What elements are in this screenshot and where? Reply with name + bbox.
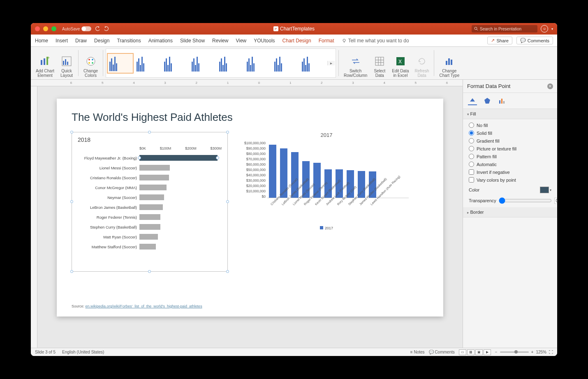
invert-negative-checkbox[interactable]: Invert if negative <box>469 169 551 175</box>
style-thumb-6[interactable] <box>245 53 271 74</box>
chart-bar[interactable]: Neymar (Soccer) <box>78 192 222 202</box>
chart-bar[interactable]: Matt Ryan (Soccer) <box>78 232 222 242</box>
chart-object-2018[interactable]: 2018 $0K $100M $200M $300M Floyd Mayweat… <box>72 132 228 272</box>
chart-bar[interactable]: Conor McGregor (MMA) <box>78 183 222 192</box>
slide[interactable]: The World's Highest Paid Athletes <box>57 99 443 317</box>
slideshow-view-icon[interactable]: ▶ <box>484 349 491 355</box>
language-indicator[interactable]: English (United States) <box>62 350 104 354</box>
selection-handle[interactable] <box>70 270 73 273</box>
redo-icon[interactable] <box>104 26 109 31</box>
selection-handle[interactable] <box>70 131 73 134</box>
tell-me[interactable]: Tell me what you want to do <box>342 38 409 44</box>
chart-bar[interactable]: Cristiano Ronaldo (Soccer) <box>78 173 222 183</box>
style-thumb-5[interactable] <box>217 53 244 74</box>
ribbon-tabs: Home Insert Draw Design Transitions Anim… <box>31 35 557 47</box>
style-thumb-1[interactable] <box>107 53 134 74</box>
change-chart-type-button[interactable]: Change Chart Type <box>437 49 462 78</box>
fill-line-tab-icon[interactable] <box>468 96 477 105</box>
tab-chart-design[interactable]: Chart Design <box>282 35 311 46</box>
chevron-down-icon[interactable]: ▾ <box>550 188 551 192</box>
selection-handle[interactable] <box>148 270 151 273</box>
style-thumb-2[interactable] <box>134 53 161 74</box>
select-data-button[interactable]: Select Data <box>370 49 389 78</box>
chart-bar[interactable] <box>269 145 276 198</box>
sorter-view-icon[interactable]: ▦ <box>467 349 475 355</box>
chart-object-2017[interactable]: 2017 $100,000,000$90,000,000$80,000,000$… <box>244 132 409 272</box>
gallery-more-icon[interactable]: ▸ <box>327 61 335 65</box>
undo-icon[interactable] <box>95 26 100 31</box>
tab-slide-show[interactable]: Slide Show <box>180 35 205 46</box>
selection-handle[interactable] <box>226 131 229 134</box>
tab-transitions[interactable]: Transitions <box>117 35 141 46</box>
search-input[interactable]: Search in Presentation <box>472 25 537 32</box>
style-thumb-4[interactable] <box>190 53 216 74</box>
tab-view[interactable]: View <box>236 35 246 46</box>
refresh-data-button[interactable]: Refresh Data <box>412 49 431 78</box>
fill-section-header[interactable]: Fill <box>463 109 557 119</box>
chart-bar[interactable]: Matthew Stafford (Soccer) <box>78 242 222 252</box>
style-thumb-8[interactable] <box>300 53 326 74</box>
automatic-radio[interactable]: Automatic <box>469 162 551 167</box>
style-thumb-3[interactable] <box>162 53 189 74</box>
selection-handle[interactable] <box>226 200 229 203</box>
reading-view-icon[interactable]: ▣ <box>475 349 483 355</box>
powerpoint-icon: P <box>273 26 278 31</box>
quick-layout-button[interactable]: Quick Layout <box>58 49 76 78</box>
solid-fill-radio[interactable]: Solid fill <box>469 130 551 136</box>
series-options-tab-icon[interactable] <box>498 96 507 105</box>
add-chart-element-button[interactable]: + Add Chart Element <box>33 49 57 78</box>
selection-handle[interactable] <box>70 200 73 203</box>
minimize-icon[interactable] <box>43 26 48 31</box>
effects-tab-icon[interactable] <box>483 96 492 105</box>
color-picker-button[interactable] <box>540 187 549 193</box>
gradient-fill-radio[interactable]: Gradient fill <box>469 138 551 143</box>
chevron-down-icon[interactable]: ▾ <box>551 27 553 31</box>
notes-button[interactable]: ≡ Notes <box>410 350 425 354</box>
source-link[interactable]: en.wikipedia.org/wiki/Forbes'_list_of_th… <box>86 304 202 308</box>
close-pane-icon[interactable]: ✕ <box>547 83 553 89</box>
picture-fill-radio[interactable]: Picture or texture fill <box>469 146 551 151</box>
transparency-slider[interactable] <box>499 197 552 204</box>
change-colors-button[interactable]: Change Colors <box>81 49 100 78</box>
tab-draw[interactable]: Draw <box>75 35 87 46</box>
selection-handle[interactable] <box>226 270 229 273</box>
zoom-slider[interactable] <box>500 351 529 353</box>
zoom-out-button[interactable]: − <box>495 350 498 354</box>
tab-design[interactable]: Design <box>94 35 109 46</box>
chart-bar[interactable]: Roger Federer (Tennis) <box>78 212 222 222</box>
tab-home[interactable]: Home <box>35 35 48 46</box>
slide-counter[interactable]: Slide 3 of 5 <box>35 350 56 354</box>
autosave-toggle[interactable]: AutoSave <box>62 26 91 31</box>
switch-row-column-button[interactable]: Switch Row/Column <box>341 49 370 78</box>
normal-view-icon[interactable]: ▭ <box>459 349 466 355</box>
feedback-icon[interactable]: ☺ <box>541 25 548 32</box>
transparency-value[interactable]: 0% <box>554 198 557 204</box>
tab-youtools[interactable]: YOUtools <box>254 35 275 46</box>
chart-style-gallery[interactable]: ▸ <box>106 49 336 78</box>
tab-review[interactable]: Review <box>212 35 228 46</box>
zoom-level[interactable]: 125% <box>536 350 546 354</box>
edit-data-excel-button[interactable]: X Edit Data in Excel <box>389 49 411 78</box>
share-button[interactable]: ↗Share <box>487 37 512 44</box>
chart-element-icon: + <box>40 56 51 67</box>
fit-to-window-icon[interactable]: ⛶ <box>549 350 553 354</box>
maximize-icon[interactable] <box>51 26 56 31</box>
close-icon[interactable] <box>35 26 40 31</box>
pattern-fill-radio[interactable]: Pattern fill <box>469 154 551 159</box>
tab-insert[interactable]: Insert <box>56 35 68 46</box>
comments-button[interactable]: 💬Comments <box>516 37 553 44</box>
chart-bar[interactable]: Floyd Mayweather Jr. (Boxing) <box>78 153 222 163</box>
style-thumb-7[interactable] <box>272 53 299 74</box>
comments-button[interactable]: 💬 Comments <box>429 350 455 354</box>
tab-animations[interactable]: Animations <box>148 35 173 46</box>
switch-off-icon[interactable] <box>81 26 91 31</box>
chart-bar[interactable]: Stephen Curry (Basketball) <box>78 222 222 232</box>
no-fill-radio[interactable]: No fill <box>469 122 551 128</box>
border-section-header[interactable]: Border <box>463 207 557 217</box>
selection-handle[interactable] <box>148 131 151 134</box>
vary-colors-checkbox[interactable]: Vary colors by point <box>469 177 551 183</box>
zoom-in-button[interactable]: + <box>531 350 534 354</box>
tab-format[interactable]: Format <box>319 35 334 46</box>
chart-bar[interactable]: LeBron James (Basketball) <box>78 202 222 212</box>
chart-bar[interactable]: Lionel Messi (Soccer) <box>78 163 222 173</box>
